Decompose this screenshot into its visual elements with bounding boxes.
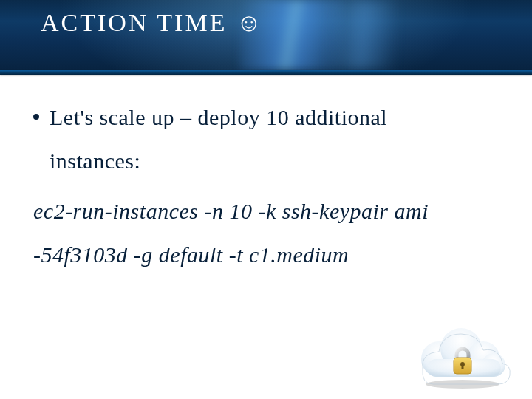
bullet-text: Let's scale up – deploy 10 additional in…	[50, 96, 502, 183]
bullet-cont: instances:	[50, 149, 140, 173]
title-text: ACTION TIME	[41, 9, 227, 37]
command-block: ec2-run-instances -n 10 -k ssh-keypair a…	[33, 190, 502, 276]
header-divider	[0, 70, 532, 75]
svg-rect-8	[462, 364, 464, 369]
slide-title: ACTION TIME ☺	[41, 9, 262, 37]
command-line-1: ec2-run-instances -n 10 -k ssh-keypair a…	[33, 199, 429, 223]
slide-body: Let's scale up – deploy 10 additional in…	[33, 96, 502, 276]
bullet-dot-icon	[33, 114, 39, 120]
cloud-lock-icon	[411, 316, 514, 390]
command-line-2: -54f3103d -g default -t c1.medium	[33, 242, 349, 267]
smiley-icon: ☺	[236, 9, 262, 37]
bullet-item: Let's scale up – deploy 10 additional in…	[33, 96, 502, 183]
slide: ACTION TIME ☺ Let's scale up – deploy 10…	[0, 0, 532, 399]
bullet-lead: Let's scale up – deploy 10 additional	[50, 105, 387, 129]
